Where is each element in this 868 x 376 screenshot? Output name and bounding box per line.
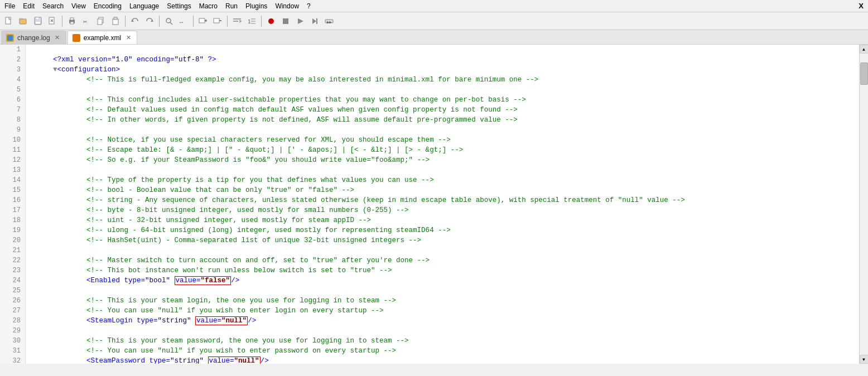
menu-bar: File Edit Search View Encoding Language … xyxy=(0,0,868,12)
close-file-button[interactable] xyxy=(46,15,59,28)
svg-rect-1 xyxy=(20,19,26,24)
line-num-3: 3 xyxy=(0,65,25,75)
svg-text:↔: ↔ xyxy=(180,20,183,26)
menu-edit[interactable]: Edit xyxy=(20,1,38,11)
menu-search[interactable]: Search xyxy=(39,1,67,11)
svg-line-20 xyxy=(170,22,172,25)
svg-marker-35 xyxy=(298,18,303,24)
menu-window[interactable]: Window xyxy=(272,1,302,11)
line-num-26: 26 xyxy=(0,296,25,306)
find-button[interactable] xyxy=(162,15,176,28)
record-button[interactable] xyxy=(264,15,278,28)
code-line-29: <!-- This is your steam password, the on… xyxy=(28,326,857,336)
svg-text:1: 1 xyxy=(248,19,250,25)
play-button[interactable] xyxy=(293,15,307,28)
svg-rect-4 xyxy=(36,17,39,20)
line-num-10: 10 xyxy=(0,135,25,145)
code-line-21: <!-- Master switch to turn account on an… xyxy=(28,245,857,256)
toolbar-sep-6 xyxy=(261,16,262,27)
paste-button[interactable] xyxy=(109,15,122,28)
window-close-button[interactable]: X xyxy=(855,1,867,11)
line-num-22: 22 xyxy=(0,256,25,266)
line-num-19: 19 xyxy=(0,225,25,235)
open-file-button[interactable] xyxy=(17,15,30,28)
line-num-25: 25 xyxy=(0,286,25,296)
zoom-out-button[interactable] xyxy=(211,15,224,28)
line-num-7: 7 xyxy=(0,105,25,115)
svg-point-33 xyxy=(268,18,274,24)
line-num-13: 13 xyxy=(0,165,25,175)
print-button[interactable] xyxy=(65,15,79,28)
zoom-in-button[interactable] xyxy=(196,15,210,28)
toolbar-sep-3 xyxy=(159,16,160,27)
line-num-20: 20 xyxy=(0,235,25,245)
line-num-14: 14 xyxy=(0,175,25,185)
line-num-31: 31 xyxy=(0,346,25,356)
code-area[interactable]: <?xml version="1.0" encoding="utf-8" ?> … xyxy=(26,45,859,364)
toolbar-sep-2 xyxy=(125,16,126,27)
code-line-13: <!-- Type of the property is a tip for y… xyxy=(28,165,857,175)
tab-examplexml-close[interactable]: ✕ xyxy=(124,34,132,42)
line-num-32: 32 xyxy=(0,356,25,364)
menu-settings[interactable]: Settings xyxy=(163,1,194,11)
toolbar-sep-1 xyxy=(62,16,62,27)
menu-plugins[interactable]: Plugins xyxy=(242,1,271,11)
toolbar-sep-4 xyxy=(193,16,194,27)
tab-examplexml-label: example.xml xyxy=(84,34,121,42)
tab-changelog-close[interactable]: ✕ xyxy=(54,34,61,42)
menu-language[interactable]: Language xyxy=(126,1,162,11)
copy-button[interactable] xyxy=(94,15,108,28)
changelog-file-icon xyxy=(6,34,14,42)
wrap-button[interactable] xyxy=(230,15,244,28)
extra-button[interactable]: ▶▶ xyxy=(322,15,336,28)
stop-button[interactable] xyxy=(279,15,292,28)
svg-rect-41 xyxy=(74,35,79,41)
line-num-1: 1 xyxy=(0,45,25,55)
line-num-21: 21 xyxy=(0,245,25,256)
svg-rect-22 xyxy=(199,18,205,23)
vertical-scrollbar[interactable]: ▲ ▼ xyxy=(859,45,868,364)
tab-examplexml[interactable]: example.xml ✕ xyxy=(67,31,137,44)
menu-run[interactable]: Run xyxy=(222,1,241,11)
new-file-button[interactable] xyxy=(2,15,16,28)
svg-rect-11 xyxy=(70,22,74,24)
scroll-up-arrow[interactable]: ▲ xyxy=(860,45,869,54)
scroll-thumb[interactable] xyxy=(860,62,868,85)
line-num-2: 2 xyxy=(0,55,25,65)
svg-rect-16 xyxy=(114,17,117,20)
line-number-button[interactable]: 1 xyxy=(245,15,258,28)
menu-macro[interactable]: Macro xyxy=(196,1,221,11)
code-line-9: <!-- Notice, if you use special characte… xyxy=(28,125,857,135)
toolbar-sep-5 xyxy=(227,16,228,27)
line-numbers: 1 2 3 4 5 6 7 8 9 10 11 12 13 14 15 16 1… xyxy=(0,45,26,364)
undo-button[interactable] xyxy=(128,15,142,28)
menu-help[interactable]: ? xyxy=(303,1,314,11)
line-num-6: 6 xyxy=(0,95,25,105)
line-num-9: 9 xyxy=(0,125,25,135)
macro-button[interactable] xyxy=(308,15,321,28)
toolbar: ✂ ↔ 1 ▶▶ xyxy=(0,12,868,30)
svg-text:▶▶: ▶▶ xyxy=(327,20,332,25)
xml-file-icon xyxy=(73,34,80,42)
code-line-1: <?xml version="1.0" encoding="utf-8" ?> xyxy=(28,45,857,55)
line-num-16: 16 xyxy=(0,195,25,205)
cut-button[interactable]: ✂ xyxy=(80,15,93,28)
menu-view[interactable]: View xyxy=(68,1,89,11)
tab-changelog[interactable]: change.log ✕ xyxy=(1,31,66,44)
line-num-17: 17 xyxy=(0,205,25,215)
svg-rect-25 xyxy=(214,18,219,23)
menu-encoding[interactable]: Encoding xyxy=(90,1,125,11)
svg-rect-2 xyxy=(20,18,22,20)
svg-rect-34 xyxy=(283,18,288,24)
tab-bar: change.log ✕ example.xml ✕ xyxy=(0,30,868,45)
line-num-4: 4 xyxy=(0,75,25,85)
svg-rect-10 xyxy=(70,18,74,20)
svg-rect-5 xyxy=(35,21,41,24)
scroll-down-arrow[interactable]: ▼ xyxy=(860,355,869,364)
replace-button[interactable]: ↔ xyxy=(177,15,190,28)
save-button[interactable] xyxy=(31,15,45,28)
line-num-11: 11 xyxy=(0,145,25,155)
menu-file[interactable]: File xyxy=(1,1,18,11)
redo-button[interactable] xyxy=(143,15,156,28)
svg-text:✂: ✂ xyxy=(83,18,87,26)
